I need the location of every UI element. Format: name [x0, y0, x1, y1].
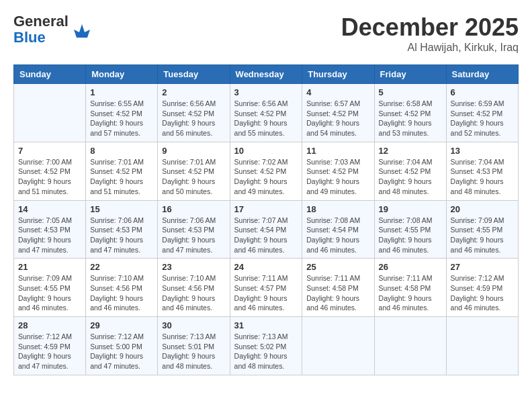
calendar-cell: 26Sunrise: 7:11 AMSunset: 4:58 PMDayligh…	[374, 259, 446, 317]
calendar-cell	[374, 317, 446, 375]
day-info: Sunrise: 7:06 AMSunset: 4:53 PMDaylight:…	[90, 216, 153, 255]
day-number: 31	[234, 320, 298, 330]
day-info: Sunrise: 6:58 AMSunset: 4:52 PMDaylight:…	[379, 99, 442, 138]
day-info: Sunrise: 7:07 AMSunset: 4:54 PMDaylight:…	[234, 216, 298, 255]
day-number: 20	[451, 204, 514, 214]
day-info: Sunrise: 7:12 AMSunset: 4:59 PMDaylight:…	[451, 273, 514, 313]
month-title: December 2025	[341, 13, 519, 42]
day-info: Sunrise: 7:03 AMSunset: 4:52 PMDaylight:…	[306, 157, 369, 197]
calendar-cell: 12Sunrise: 7:04 AMSunset: 4:52 PMDayligh…	[374, 142, 446, 200]
svg-marker-0	[74, 24, 90, 38]
day-number: 12	[379, 146, 442, 156]
logo-general-text: General	[13, 13, 69, 30]
day-number: 13	[451, 146, 514, 156]
column-header-thursday: Thursday	[302, 65, 374, 84]
calendar-cell: 10Sunrise: 7:02 AMSunset: 4:52 PMDayligh…	[230, 142, 302, 200]
day-info: Sunrise: 7:13 AMSunset: 5:01 PMDaylight:…	[162, 332, 225, 371]
calendar-cell	[14, 84, 86, 142]
day-number: 8	[90, 146, 153, 156]
day-number: 29	[90, 320, 153, 330]
title-block: December 2025 Al Hawijah, Kirkuk, Iraq	[341, 13, 519, 54]
calendar-cell: 9Sunrise: 7:01 AMSunset: 4:52 PMDaylight…	[158, 142, 230, 200]
location-title: Al Hawijah, Kirkuk, Iraq	[341, 42, 519, 54]
day-number: 3	[234, 87, 298, 97]
day-info: Sunrise: 7:05 AMSunset: 4:53 PMDaylight:…	[18, 216, 81, 255]
day-info: Sunrise: 6:55 AMSunset: 4:52 PMDaylight:…	[90, 99, 153, 138]
day-number: 15	[90, 204, 153, 214]
day-info: Sunrise: 7:01 AMSunset: 4:52 PMDaylight:…	[162, 157, 225, 197]
calendar-cell: 24Sunrise: 7:11 AMSunset: 4:57 PMDayligh…	[230, 259, 302, 317]
day-info: Sunrise: 6:56 AMSunset: 4:52 PMDaylight:…	[162, 99, 225, 138]
calendar-cell: 14Sunrise: 7:05 AMSunset: 4:53 PMDayligh…	[14, 200, 86, 259]
calendar-cell: 31Sunrise: 7:13 AMSunset: 5:02 PMDayligh…	[230, 317, 302, 375]
day-number: 21	[18, 262, 81, 272]
column-header-friday: Friday	[374, 65, 446, 84]
calendar-cell: 6Sunrise: 6:59 AMSunset: 4:52 PMDaylight…	[446, 84, 518, 142]
day-number: 17	[234, 204, 298, 214]
calendar-cell: 17Sunrise: 7:07 AMSunset: 4:54 PMDayligh…	[230, 200, 302, 259]
day-number: 5	[379, 87, 442, 97]
day-info: Sunrise: 7:13 AMSunset: 5:02 PMDaylight:…	[234, 332, 298, 371]
day-info: Sunrise: 7:10 AMSunset: 4:56 PMDaylight:…	[90, 273, 153, 313]
page-header: General Blue December 2025 Al Hawijah, K…	[13, 13, 519, 54]
calendar-cell: 8Sunrise: 7:01 AMSunset: 4:52 PMDaylight…	[86, 142, 158, 200]
calendar-cell: 19Sunrise: 7:08 AMSunset: 4:55 PMDayligh…	[374, 200, 446, 259]
calendar-cell: 21Sunrise: 7:09 AMSunset: 4:55 PMDayligh…	[14, 259, 86, 317]
calendar-cell: 30Sunrise: 7:13 AMSunset: 5:01 PMDayligh…	[158, 317, 230, 375]
day-number: 11	[306, 146, 369, 156]
calendar-cell: 22Sunrise: 7:10 AMSunset: 4:56 PMDayligh…	[86, 259, 158, 317]
day-info: Sunrise: 6:56 AMSunset: 4:52 PMDaylight:…	[234, 99, 298, 138]
calendar-cell: 5Sunrise: 6:58 AMSunset: 4:52 PMDaylight…	[374, 84, 446, 142]
day-info: Sunrise: 6:57 AMSunset: 4:52 PMDaylight:…	[306, 99, 369, 138]
calendar-cell: 2Sunrise: 6:56 AMSunset: 4:52 PMDaylight…	[158, 84, 230, 142]
calendar-cell: 4Sunrise: 6:57 AMSunset: 4:52 PMDaylight…	[302, 84, 374, 142]
calendar-cell: 13Sunrise: 7:04 AMSunset: 4:53 PMDayligh…	[446, 142, 518, 200]
day-number: 18	[306, 204, 369, 214]
calendar-week-1: 1Sunrise: 6:55 AMSunset: 4:52 PMDaylight…	[14, 84, 519, 142]
day-info: Sunrise: 7:12 AMSunset: 4:59 PMDaylight:…	[18, 332, 81, 371]
calendar-cell	[446, 317, 518, 375]
calendar-cell: 28Sunrise: 7:12 AMSunset: 4:59 PMDayligh…	[14, 317, 86, 375]
logo-icon	[71, 19, 93, 40]
day-info: Sunrise: 7:04 AMSunset: 4:52 PMDaylight:…	[379, 157, 442, 197]
day-number: 16	[162, 204, 225, 214]
column-header-saturday: Saturday	[446, 65, 518, 84]
column-header-sunday: Sunday	[14, 65, 86, 84]
calendar-week-4: 21Sunrise: 7:09 AMSunset: 4:55 PMDayligh…	[14, 259, 519, 317]
calendar-table: SundayMondayTuesdayWednesdayThursdayFrid…	[13, 64, 519, 375]
day-number: 9	[162, 146, 225, 156]
day-number: 26	[379, 262, 442, 272]
column-header-wednesday: Wednesday	[230, 65, 302, 84]
calendar-cell: 15Sunrise: 7:06 AMSunset: 4:53 PMDayligh…	[86, 200, 158, 259]
day-info: Sunrise: 7:00 AMSunset: 4:52 PMDaylight:…	[18, 157, 81, 197]
calendar-week-3: 14Sunrise: 7:05 AMSunset: 4:53 PMDayligh…	[14, 200, 519, 259]
calendar-cell	[302, 317, 374, 375]
day-info: Sunrise: 7:12 AMSunset: 5:00 PMDaylight:…	[90, 332, 153, 371]
day-info: Sunrise: 7:06 AMSunset: 4:53 PMDaylight:…	[162, 216, 225, 255]
logo: General Blue	[13, 13, 93, 46]
day-info: Sunrise: 7:11 AMSunset: 4:57 PMDaylight:…	[234, 273, 298, 313]
day-info: Sunrise: 7:01 AMSunset: 4:52 PMDaylight:…	[90, 157, 153, 197]
calendar-cell: 25Sunrise: 7:11 AMSunset: 4:58 PMDayligh…	[302, 259, 374, 317]
calendar-cell: 18Sunrise: 7:08 AMSunset: 4:54 PMDayligh…	[302, 200, 374, 259]
calendar-cell: 3Sunrise: 6:56 AMSunset: 4:52 PMDaylight…	[230, 84, 302, 142]
day-number: 6	[451, 87, 514, 97]
calendar-cell: 27Sunrise: 7:12 AMSunset: 4:59 PMDayligh…	[446, 259, 518, 317]
day-number: 7	[18, 146, 81, 156]
column-header-tuesday: Tuesday	[158, 65, 230, 84]
day-number: 22	[90, 262, 153, 272]
day-info: Sunrise: 7:09 AMSunset: 4:55 PMDaylight:…	[18, 273, 81, 313]
day-info: Sunrise: 6:59 AMSunset: 4:52 PMDaylight:…	[451, 99, 514, 138]
calendar-cell: 11Sunrise: 7:03 AMSunset: 4:52 PMDayligh…	[302, 142, 374, 200]
day-number: 28	[18, 320, 81, 330]
day-number: 10	[234, 146, 298, 156]
day-number: 14	[18, 204, 81, 214]
calendar-cell: 7Sunrise: 7:00 AMSunset: 4:52 PMDaylight…	[14, 142, 86, 200]
day-number: 19	[379, 204, 442, 214]
day-info: Sunrise: 7:10 AMSunset: 4:56 PMDaylight:…	[162, 273, 225, 313]
calendar-week-2: 7Sunrise: 7:00 AMSunset: 4:52 PMDaylight…	[14, 142, 519, 200]
calendar-cell: 16Sunrise: 7:06 AMSunset: 4:53 PMDayligh…	[158, 200, 230, 259]
day-info: Sunrise: 7:04 AMSunset: 4:53 PMDaylight:…	[451, 157, 514, 197]
day-number: 4	[306, 87, 369, 97]
calendar-cell: 29Sunrise: 7:12 AMSunset: 5:00 PMDayligh…	[86, 317, 158, 375]
